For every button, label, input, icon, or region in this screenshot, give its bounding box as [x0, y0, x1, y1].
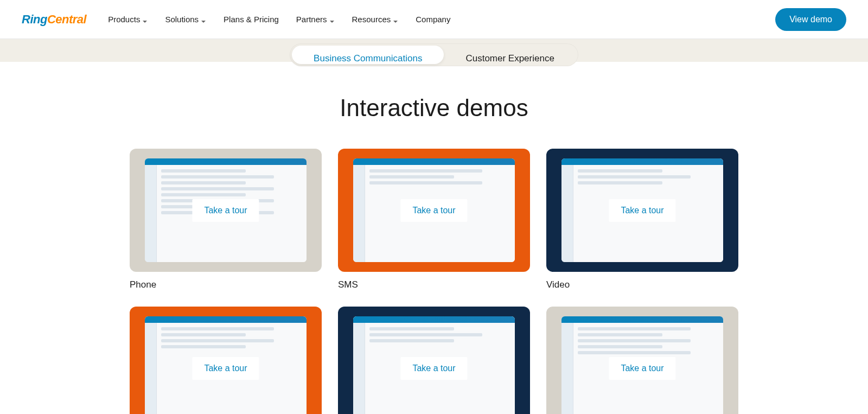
view-demo-button[interactable]: View demo [775, 8, 846, 31]
nav-label: Company [416, 15, 450, 24]
demo-card-sms: Take a tour SMS [338, 149, 530, 290]
tabs-pill: Business Communications Customer Experie… [290, 43, 578, 66]
take-tour-button[interactable]: Take a tour [400, 199, 467, 222]
nav-label: Products [108, 15, 140, 24]
nav-partners[interactable]: Partners [296, 15, 335, 24]
chevron-down-icon [201, 17, 206, 22]
page-title: Interactive demos [0, 94, 868, 122]
nav-plans-pricing[interactable]: Plans & Pricing [224, 15, 279, 24]
nav-label: Resources [352, 15, 391, 24]
tab-business-communications[interactable]: Business Communications [292, 46, 444, 64]
take-tour-button[interactable]: Take a tour [609, 199, 675, 222]
take-tour-button[interactable]: Take a tour [609, 357, 675, 380]
nav-label: Partners [296, 15, 327, 24]
primary-nav: Products Solutions Plans & Pricing Partn… [108, 15, 775, 24]
main-header: RingCentral Products Solutions Plans & P… [0, 0, 868, 39]
demo-card-label: Phone [130, 279, 322, 290]
demo-card-image: Take a tour [130, 307, 322, 414]
demo-card-video: Take a tour Video [546, 149, 738, 290]
logo[interactable]: RingCentral [22, 12, 86, 27]
tab-customer-experience[interactable]: Customer Experience [444, 46, 576, 64]
demo-grid: Take a tour Phone Take a [11, 149, 857, 414]
nav-label: Plans & Pricing [224, 15, 279, 24]
demo-card-image: Take a tour [546, 307, 738, 414]
demo-card-image: Take a tour [130, 149, 322, 272]
demo-card-image: Take a tour [338, 149, 530, 272]
take-tour-button[interactable]: Take a tour [192, 357, 259, 380]
demo-card-image: Take a tour [338, 307, 530, 414]
demo-card: Take a tour [546, 307, 738, 414]
take-tour-button[interactable]: Take a tour [192, 199, 259, 222]
nav-label: Solutions [165, 15, 199, 24]
tabs-bar: Business Communications Customer Experie… [0, 39, 868, 62]
nav-solutions[interactable]: Solutions [165, 15, 206, 24]
demo-card-image: Take a tour [546, 149, 738, 272]
logo-part2: Central [47, 12, 86, 26]
demo-card-label: Video [546, 279, 738, 290]
demo-card: Take a tour [338, 307, 530, 414]
nav-resources[interactable]: Resources [352, 15, 399, 24]
demo-card-phone: Take a tour Phone [130, 149, 322, 290]
chevron-down-icon [142, 17, 148, 22]
demo-card: Take a tour [130, 307, 322, 414]
logo-part1: Ring [22, 12, 47, 26]
demo-card-label: SMS [338, 279, 530, 290]
nav-products[interactable]: Products [108, 15, 148, 24]
chevron-down-icon [393, 17, 398, 22]
take-tour-button[interactable]: Take a tour [400, 357, 467, 380]
chevron-down-icon [329, 17, 335, 22]
nav-company[interactable]: Company [416, 15, 450, 24]
